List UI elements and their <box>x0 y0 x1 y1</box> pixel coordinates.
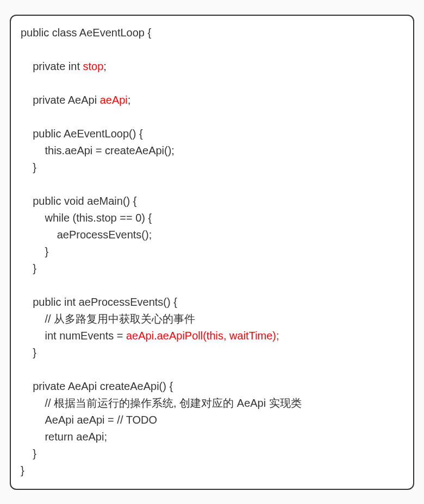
code-container: public class AeEventLoop { private int s… <box>10 15 414 490</box>
code-line: // 从多路复用中获取关心的事件 <box>21 313 195 325</box>
code-line: AeApi aeApi = // TODO <box>21 414 157 426</box>
code-line: } <box>21 346 36 358</box>
code-line: } <box>21 448 36 459</box>
code-line: } <box>21 245 48 257</box>
highlighted-token: stop <box>83 60 104 72</box>
code-line: private int <box>21 60 83 72</box>
code-line: private AeApi createAeApi() { <box>21 380 173 392</box>
code-line: public AeEventLoop() { <box>21 128 143 140</box>
code-line: int numEvents = <box>21 330 126 342</box>
code-line: return aeApi; <box>21 431 107 443</box>
code-line: } <box>21 262 36 274</box>
code-block: public class AeEventLoop { private int s… <box>21 24 403 479</box>
code-token: ; <box>103 60 107 72</box>
code-line: aeProcessEvents(); <box>21 229 152 241</box>
code-line: } <box>21 464 24 476</box>
code-line: while (this.stop == 0) { <box>21 212 152 224</box>
code-line: public void aeMain() { <box>21 195 136 207</box>
highlighted-token: aeApi.aeApiPoll(this, waitTime); <box>126 330 279 342</box>
code-line: public class AeEventLoop { <box>21 27 151 39</box>
code-line: public int aeProcessEvents() { <box>21 296 177 308</box>
code-line: private AeApi <box>21 94 100 106</box>
code-line: } <box>21 161 36 173</box>
code-token: ; <box>128 94 131 106</box>
code-line: // 根据当前运行的操作系统, 创建对应的 AeApi 实现类 <box>21 397 302 409</box>
code-line: this.aeApi = createAeApi(); <box>21 144 174 156</box>
highlighted-token: aeApi <box>100 94 128 106</box>
